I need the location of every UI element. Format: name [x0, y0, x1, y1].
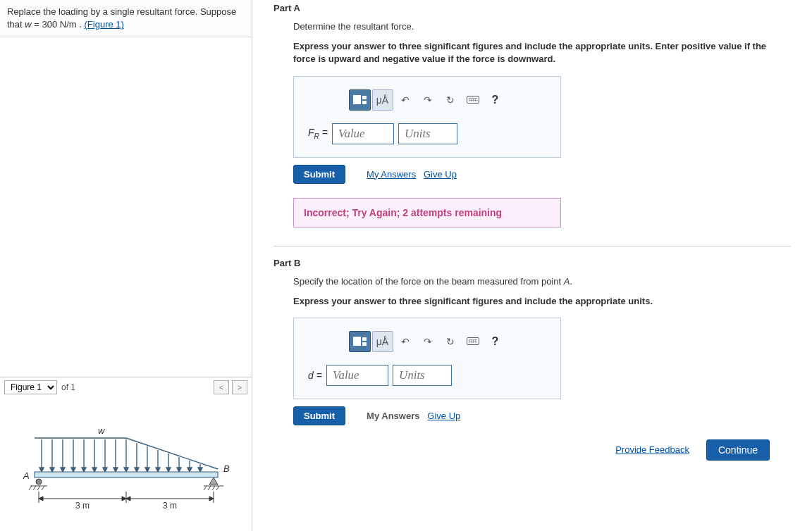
part-a-give-up-link[interactable]: Give Up — [424, 169, 457, 180]
part-b-title: Part B — [273, 258, 791, 268]
svg-marker-54 — [126, 496, 130, 501]
svg-marker-5 — [50, 468, 54, 472]
part-b-instruction-bold: Express your answer to three significant… — [293, 295, 791, 308]
problem-eq: = 300 N/m — [34, 19, 76, 30]
svg-line-44 — [208, 486, 211, 490]
part-a-title: Part A — [273, 3, 791, 13]
svg-marker-13 — [92, 468, 97, 472]
svg-marker-3 — [39, 468, 44, 472]
undo-button[interactable]: ↶ — [395, 331, 416, 352]
svg-marker-9 — [71, 468, 75, 472]
figure-section: Figure 1 of 1 < > — [0, 377, 252, 531]
svg-line-40 — [42, 486, 44, 490]
part-a-my-answers-link[interactable]: My Answers — [367, 169, 416, 180]
part-a-submit-button[interactable]: Submit — [293, 165, 345, 184]
figure-next-button[interactable]: > — [232, 380, 247, 394]
figure-of-label: of 1 — [61, 382, 75, 392]
units-mu-a-button[interactable]: μÅ — [372, 89, 393, 111]
svg-marker-41 — [209, 477, 218, 485]
figure-label-B: B — [223, 463, 230, 474]
reset-button[interactable]: ↻ — [440, 331, 461, 352]
undo-button[interactable]: ↶ — [395, 89, 416, 111]
svg-line-39 — [37, 486, 40, 490]
svg-marker-33 — [198, 468, 202, 472]
svg-point-35 — [36, 479, 42, 485]
reset-button[interactable]: ↻ — [440, 89, 461, 111]
part-a-toolbar: μÅ ↶ ↷ ↻ ? — [304, 89, 550, 111]
figure-link[interactable]: (Figure 1) — [85, 19, 124, 30]
part-b-units-input[interactable] — [393, 365, 452, 386]
svg-marker-17 — [113, 468, 118, 472]
part-b-submit-button[interactable]: Submit — [293, 406, 345, 425]
part-a-units-input[interactable] — [398, 123, 457, 144]
part-b-answer-box: μÅ ↶ ↷ ↻ ? d = — [293, 318, 561, 399]
svg-marker-55 — [209, 496, 214, 501]
svg-line-1 — [126, 438, 218, 469]
svg-rect-34 — [35, 472, 218, 477]
svg-line-37 — [29, 486, 32, 490]
figure-select[interactable]: Figure 1 — [4, 380, 57, 394]
part-a-var-label: FR = — [308, 127, 328, 140]
part-b-instruction: Specify the location of the force on the… — [293, 275, 791, 288]
part-b-links: My Answers Give Up — [367, 411, 460, 421]
svg-marker-25 — [156, 468, 160, 472]
redo-button[interactable]: ↷ — [417, 331, 438, 352]
template-icon — [353, 95, 367, 104]
right-panel: Part A Determine the resultant force. Ex… — [252, 0, 812, 531]
part-a-answer-box: μÅ ↶ ↷ ↻ ? FR = — [293, 76, 561, 158]
redo-button[interactable]: ↷ — [417, 89, 438, 111]
keyboard-icon — [467, 96, 479, 104]
part-b-toolbar: μÅ ↶ ↷ ↻ ? — [304, 331, 550, 352]
part-b-give-up-link[interactable]: Give Up — [427, 411, 460, 421]
problem-text-suffix: . — [79, 19, 84, 30]
svg-marker-29 — [177, 468, 181, 472]
figure-label-w: w — [98, 425, 106, 436]
keyboard-button[interactable] — [462, 89, 484, 111]
part-b-value-input[interactable] — [326, 365, 388, 386]
template-icon — [353, 337, 367, 346]
part-a-instruction: Determine the resultant force. — [293, 20, 791, 33]
left-panel: Replace the loading by a single resultan… — [0, 0, 252, 531]
svg-marker-23 — [145, 468, 149, 472]
svg-marker-11 — [82, 468, 86, 472]
keyboard-icon — [467, 337, 479, 345]
svg-marker-21 — [135, 468, 139, 472]
template-button[interactable] — [349, 89, 371, 111]
svg-line-43 — [204, 486, 207, 490]
figure-image: w A B 3 m — [0, 397, 252, 531]
svg-line-38 — [33, 486, 36, 490]
part-a-feedback: Incorrect; Try Again; 2 attempts remaini… — [293, 198, 561, 227]
help-button[interactable]: ? — [485, 89, 506, 111]
part-b-my-answers-text: My Answers — [367, 411, 419, 421]
units-mu-a-button[interactable]: μÅ — [372, 331, 393, 352]
figure-prev-button[interactable]: < — [214, 380, 229, 394]
figure-header: Figure 1 of 1 < > — [0, 377, 252, 397]
svg-marker-7 — [61, 468, 65, 472]
part-b-var-label: d = — [308, 370, 322, 381]
problem-var: w — [25, 19, 31, 30]
help-button[interactable]: ? — [485, 331, 506, 352]
keyboard-button[interactable] — [462, 331, 484, 352]
svg-marker-51 — [39, 496, 43, 501]
divider — [273, 246, 791, 246]
figure-dim-left: 3 m — [75, 501, 90, 511]
figure-dim-right: 3 m — [163, 501, 177, 511]
svg-marker-31 — [187, 468, 192, 472]
svg-line-45 — [212, 486, 215, 490]
part-a-links: My Answers Give Up — [367, 169, 457, 180]
template-button[interactable] — [349, 331, 371, 352]
part-a-instruction-bold: Express your answer to three significant… — [293, 40, 791, 65]
provide-feedback-link[interactable]: Provide Feedback — [615, 444, 689, 455]
svg-marker-19 — [124, 468, 128, 472]
svg-marker-27 — [166, 468, 171, 472]
figure-label-A: A — [23, 470, 30, 481]
continue-button[interactable]: Continue — [706, 439, 770, 461]
part-a-value-input[interactable] — [332, 123, 394, 144]
problem-statement: Replace the loading by a single resultan… — [0, 0, 252, 37]
svg-line-46 — [216, 486, 219, 490]
svg-marker-15 — [103, 468, 107, 472]
